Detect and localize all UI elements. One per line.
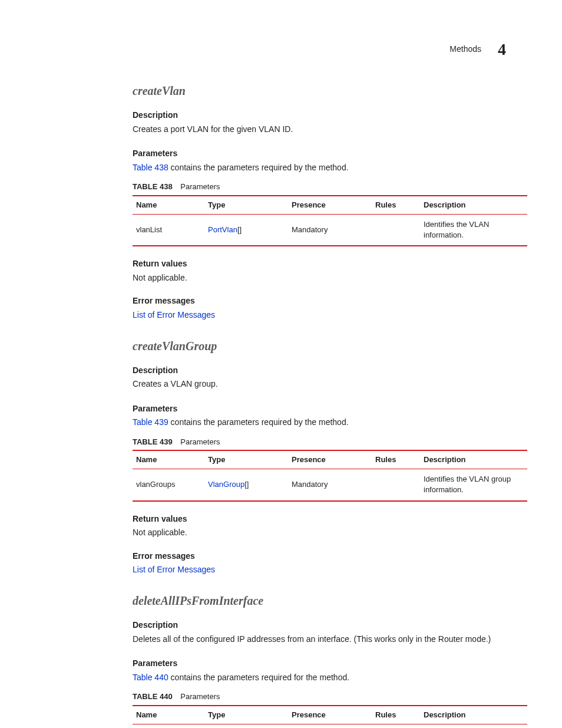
cell-rules: [372, 724, 420, 728]
cell-type: InterfaceID: [204, 724, 288, 728]
page-content: createVlan Description Creates a port VL…: [133, 83, 527, 728]
table-label-prefix: TABLE: [133, 182, 157, 191]
method-title: deleteAllIPsFromInterface: [133, 592, 527, 609]
table-header-row: Name Type Presence Rules Description: [133, 196, 527, 215]
description-text: Creates a port VLAN for the given VLAN I…: [133, 124, 527, 136]
description-heading: Description: [133, 620, 527, 631]
table-caption: TABLE 438 Parameters: [133, 182, 527, 192]
running-header-section: Methods: [449, 44, 481, 55]
cell-name: id: [133, 724, 204, 728]
table-title: Parameters: [180, 692, 220, 701]
column-header-presence: Presence: [288, 450, 372, 469]
table-title: Parameters: [180, 182, 220, 191]
description-block: Description Creates a port VLAN for the …: [133, 110, 527, 135]
description-heading: Description: [133, 110, 527, 121]
cell-type: PortVlan[]: [204, 214, 288, 246]
parameters-heading: Parameters: [133, 658, 527, 670]
cell-rules: [372, 469, 420, 501]
table-row: vlanGroups VlanGroup[] Mandatory Identif…: [133, 469, 527, 501]
description-block: Description Creates a VLAN group.: [133, 365, 527, 390]
parameters-intro-rest: contains the parameters required by the …: [168, 417, 349, 427]
column-header-description: Description: [420, 450, 527, 469]
table-label-prefix: TABLE: [133, 437, 157, 446]
table-reference-link[interactable]: Table 439: [133, 417, 168, 427]
table-reference-link[interactable]: Table 440: [133, 673, 168, 682]
column-header-type: Type: [204, 706, 288, 724]
error-messages-heading: Error messages: [133, 551, 527, 562]
return-values-text: Not applicable.: [133, 272, 527, 284]
type-suffix: []: [244, 480, 249, 489]
parameters-intro: Table 438 contains the parameters requir…: [133, 162, 527, 174]
table-header-row: Name Type Presence Rules Description: [133, 706, 527, 724]
parameters-table: Name Type Presence Rules Description id …: [133, 705, 527, 728]
type-link[interactable]: VlanGroup: [208, 480, 244, 489]
table-number: 440: [160, 692, 173, 701]
table-title: Parameters: [180, 437, 220, 446]
table-number: 439: [160, 437, 173, 446]
error-messages-link[interactable]: List of Error Messages: [133, 564, 527, 576]
column-header-name: Name: [133, 706, 204, 724]
description-heading: Description: [133, 365, 527, 377]
method-title: createVlanGroup: [133, 338, 527, 354]
parameters-intro: Table 439 contains the parameters requir…: [133, 417, 527, 429]
column-header-rules: Rules: [372, 706, 420, 724]
column-header-name: Name: [133, 196, 204, 215]
cell-rules: [372, 214, 420, 246]
column-header-rules: Rules: [372, 196, 420, 215]
parameters-intro-rest: contains the parameters required by the …: [168, 163, 349, 172]
table-row: vlanList PortVlan[] Mandatory Identifies…: [133, 214, 527, 246]
error-messages-heading: Error messages: [133, 295, 527, 307]
parameters-heading: Parameters: [133, 403, 527, 415]
type-suffix: []: [237, 225, 242, 234]
parameters-intro: Table 440 contains the parameters requir…: [133, 672, 527, 684]
description-text: Creates a VLAN group.: [133, 378, 527, 390]
cell-name: vlanGroups: [133, 469, 204, 501]
table-caption: TABLE 440 Parameters: [133, 691, 527, 702]
type-link[interactable]: PortVlan: [208, 225, 237, 234]
running-header: Methods 4: [449, 38, 506, 61]
return-values-heading: Return values: [133, 513, 527, 525]
table-row: id InterfaceID Mandatory The identifier …: [133, 724, 527, 728]
return-values-text: Not applicable.: [133, 527, 527, 539]
column-header-presence: Presence: [288, 706, 372, 724]
parameters-table: Name Type Presence Rules Description vla…: [133, 195, 527, 247]
cell-description: Identifies the VLAN information.: [420, 214, 527, 246]
table-header-row: Name Type Presence Rules Description: [133, 450, 527, 469]
table-reference-link[interactable]: Table 438: [133, 163, 168, 172]
cell-type: VlanGroup[]: [204, 469, 288, 501]
method-title: createVlan: [133, 83, 527, 99]
column-header-presence: Presence: [288, 196, 372, 215]
running-header-chapter-number: 4: [498, 38, 506, 61]
cell-description: Identifies the VLAN group information.: [420, 469, 527, 501]
column-header-name: Name: [133, 450, 204, 469]
parameters-intro-rest: contains the parameters required for the…: [168, 673, 349, 682]
table-number: 438: [160, 182, 173, 191]
parameters-table: Name Type Presence Rules Description vla…: [133, 450, 527, 502]
table-caption: TABLE 439 Parameters: [133, 437, 527, 447]
column-header-rules: Rules: [372, 450, 420, 469]
column-header-description: Description: [420, 706, 527, 724]
cell-presence: Mandatory: [288, 724, 372, 728]
column-header-type: Type: [204, 196, 288, 215]
column-header-description: Description: [420, 196, 527, 215]
cell-description: The identifier of the interface.: [420, 724, 527, 728]
column-header-type: Type: [204, 450, 288, 469]
parameters-heading: Parameters: [133, 148, 527, 160]
document-page: Methods 4 createVlan Description Creates…: [0, 0, 562, 728]
return-values-heading: Return values: [133, 258, 527, 270]
cell-presence: Mandatory: [288, 469, 372, 501]
description-block: Description Deletes all of the configure…: [133, 620, 527, 645]
error-messages-link[interactable]: List of Error Messages: [133, 309, 527, 321]
description-text: Deletes all of the configured IP address…: [133, 634, 527, 645]
cell-presence: Mandatory: [288, 214, 372, 246]
cell-name: vlanList: [133, 214, 204, 246]
table-label-prefix: TABLE: [133, 692, 157, 701]
